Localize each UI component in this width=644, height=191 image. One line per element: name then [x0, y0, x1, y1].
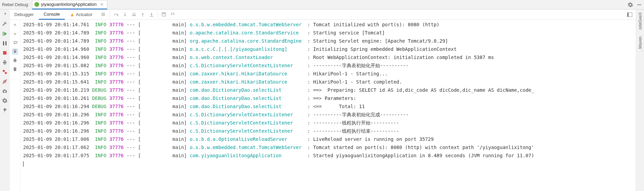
- svg-rect-0: [637, 4, 641, 5]
- debug-title-label: Rebel Debug:: [2, 2, 29, 7]
- log-line: 2025-01-09 20:01:14.960 INFO 37776 --- […: [23, 45, 633, 53]
- tab-console[interactable]: Console: [39, 10, 65, 20]
- minimize-icon[interactable]: [637, 2, 642, 8]
- maven-label: Maven: [638, 36, 643, 49]
- settings-icon[interactable]: [628, 2, 633, 8]
- tab-console-label: Console: [44, 12, 60, 17]
- resume-icon[interactable]: [2, 31, 8, 37]
- rerun-icon[interactable]: [2, 12, 8, 18]
- log-line: 2025-01-09 20:01:14.789 INFO 37776 --- […: [23, 29, 633, 37]
- console-output[interactable]: 2025-01-09 20:01:14.761 INFO 37776 --- […: [20, 20, 636, 191]
- log-line: 2025-01-09 20:01:14.789 INFO 37776 --- […: [23, 37, 633, 45]
- svg-rect-15: [101, 15, 105, 16]
- run-to-cursor-icon[interactable]: [149, 12, 154, 17]
- svg-rect-32: [171, 14, 172, 15]
- svg-rect-28: [162, 12, 166, 16]
- log-line: 2025-01-09 20:01:14.960 INFO 37776 --- […: [23, 53, 633, 61]
- clear-all-icon[interactable]: [12, 66, 18, 72]
- svg-rect-30: [171, 13, 172, 13]
- camera-icon[interactable]: [2, 88, 8, 94]
- pause-icon[interactable]: [2, 40, 8, 46]
- log-line: 2025-01-09 20:01:16.296 INFO 37776 --- […: [23, 127, 633, 135]
- svg-rect-29: [163, 13, 165, 14]
- svg-rect-43: [14, 67, 16, 68]
- svg-point-6: [3, 70, 5, 72]
- svg-point-7: [5, 72, 7, 74]
- run-config-name: yiyaoguanlixitongApplication: [41, 2, 97, 7]
- debug-title-bar: Rebel Debug: yiyaoguanlixitongApplicatio…: [0, 0, 644, 10]
- svg-marker-37: [13, 33, 16, 35]
- log-line: 2025-01-09 20:01:17.062 INFO 37776 --- […: [23, 143, 633, 151]
- mute-breakpoints-icon[interactable]: [2, 78, 8, 85]
- svg-marker-18: [124, 15, 126, 16]
- print-console-icon[interactable]: [12, 57, 18, 63]
- spring-boot-icon: [34, 2, 39, 7]
- scroll-to-end-icon[interactable]: [12, 48, 18, 55]
- svg-text:m: m: [640, 50, 642, 51]
- gear-icon[interactable]: [2, 98, 8, 104]
- run-config-tab[interactable]: yiyaoguanlixitongApplication ✕: [32, 0, 107, 10]
- show-exec-point-icon[interactable]: [101, 12, 106, 17]
- layout-settings-icon[interactable]: [627, 12, 632, 17]
- svg-rect-42: [13, 68, 16, 69]
- log-line: 2025-01-09 20:01:16.294 DEBUG 37776 --- …: [23, 102, 633, 111]
- force-step-into-icon[interactable]: [131, 12, 137, 17]
- svg-marker-36: [13, 24, 16, 26]
- svg-rect-12: [4, 89, 5, 90]
- arrow-down-icon[interactable]: [12, 31, 18, 37]
- debug-tool-tabs-row: Debugger Console Actuator: [10, 10, 636, 20]
- log-line: 2025-01-09 20:01:17.006 INFO 37776 --- […: [23, 135, 633, 143]
- log-line: 2025-01-09 20:01:15.082 INFO 37776 --- […: [23, 61, 633, 70]
- svg-rect-13: [101, 13, 105, 13]
- svg-point-11: [4, 91, 5, 92]
- svg-rect-4: [5, 41, 6, 45]
- right-tool-rail: odeGeeX m Maven: [636, 10, 644, 191]
- svg-rect-31: [173, 13, 174, 13]
- step-over-icon[interactable]: [113, 12, 119, 17]
- svg-rect-41: [14, 68, 16, 71]
- log-line: 2025-01-09 20:01:15.641 INFO 37776 --- […: [23, 78, 633, 86]
- codegeex-label: odeGeeX: [638, 12, 643, 30]
- log-line: 2025-01-09 20:01:17.075 INFO 37776 --- […: [23, 151, 633, 160]
- tab-debugger[interactable]: Debugger: [10, 10, 39, 20]
- log-line: 2025-01-09 20:01:16.219 DEBUG 37776 --- …: [23, 86, 633, 94]
- soft-wrap-icon[interactable]: [12, 40, 18, 46]
- tab-actuator-label: Actuator: [76, 12, 92, 17]
- view-breakpoints-icon[interactable]: [2, 69, 8, 75]
- step-into-icon[interactable]: [122, 12, 128, 17]
- console-side-toolbar: [10, 20, 20, 191]
- close-tab-icon[interactable]: ✕: [100, 2, 104, 7]
- maven-icon: m: [638, 50, 642, 54]
- svg-marker-20: [132, 15, 134, 16]
- stop-icon[interactable]: [2, 50, 8, 56]
- log-line: 2025-01-09 20:01:14.761 INFO 37776 --- […: [23, 20, 633, 29]
- pin-icon[interactable]: [2, 107, 8, 113]
- svg-rect-35: [627, 13, 629, 17]
- svg-rect-3: [3, 41, 4, 45]
- print-icon[interactable]: [2, 59, 8, 65]
- input-caret[interactable]: [23, 160, 633, 166]
- trace-icon[interactable]: [170, 12, 176, 17]
- log-line: 2025-01-09 20:01:16.296 INFO 37776 --- […: [23, 119, 633, 127]
- tab-actuator[interactable]: Actuator: [65, 10, 97, 20]
- evaluate-icon[interactable]: [161, 12, 167, 17]
- wrench-icon[interactable]: [2, 21, 8, 27]
- svg-marker-40: [14, 51, 16, 53]
- svg-marker-2: [4, 32, 7, 36]
- tab-debugger-label: Debugger: [14, 12, 34, 17]
- maven-tool-button[interactable]: m Maven: [638, 36, 643, 54]
- log-line: 2025-01-09 20:01:16.296 INFO 37776 --- […: [23, 111, 633, 119]
- svg-rect-5: [3, 51, 6, 55]
- svg-marker-38: [13, 42, 15, 44]
- svg-marker-26: [151, 14, 153, 16]
- svg-rect-14: [101, 14, 105, 15]
- svg-rect-1: [3, 32, 3, 36]
- codegeex-tool-button[interactable]: odeGeeX: [638, 12, 643, 30]
- log-line: 2025-01-09 20:01:16.261 DEBUG 37776 --- …: [23, 94, 633, 102]
- log-line: 2025-01-09 20:01:15.315 INFO 37776 --- […: [23, 70, 633, 78]
- svg-marker-22: [134, 15, 136, 16]
- step-out-icon[interactable]: [140, 12, 145, 17]
- svg-marker-24: [142, 13, 144, 14]
- svg-rect-33: [173, 14, 174, 15]
- arrow-up-icon[interactable]: [12, 22, 18, 28]
